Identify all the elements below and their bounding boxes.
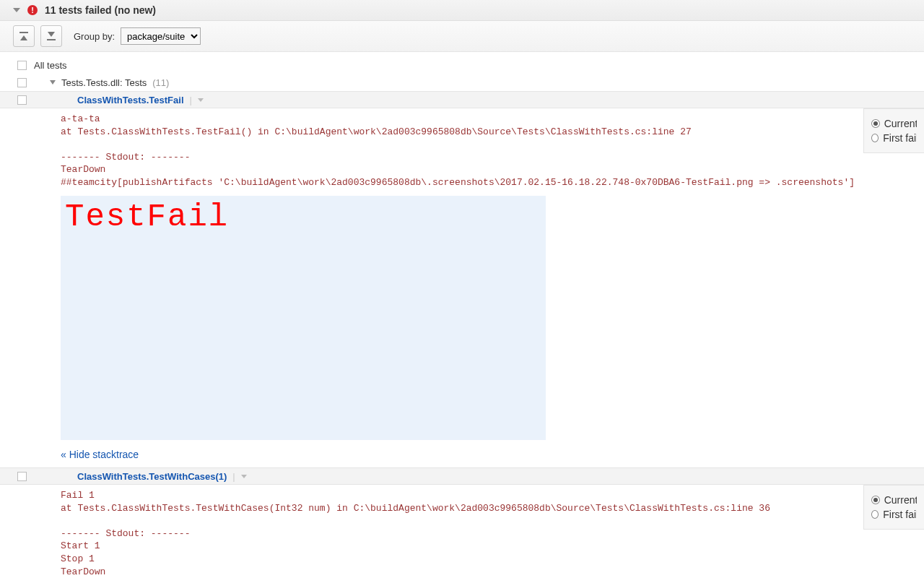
radio-icon[interactable] <box>871 510 879 519</box>
radio-icon[interactable] <box>871 496 880 504</box>
checkbox[interactable] <box>17 472 27 481</box>
screenshot-text: TestFail <box>65 199 229 235</box>
arrow-down-icon <box>47 32 56 40</box>
test-link[interactable]: ClassWithTests.TestWithCases(1) <box>77 471 227 482</box>
radio-current[interactable]: Current <box>871 494 917 506</box>
checkbox[interactable] <box>17 95 27 105</box>
radio-label: Current <box>884 118 917 129</box>
screenshot-thumbnail[interactable]: TestFail <box>61 196 546 440</box>
tests-failed-header: ! 11 tests failed (no new) <box>0 0 924 21</box>
radio-icon[interactable] <box>871 119 880 128</box>
arrow-up-icon <box>19 32 28 40</box>
test-tree: All tests Tests.Tests.dll: Tests (11) Cl… <box>0 52 924 578</box>
stacktrace: a-ta-ta at Tests.ClassWithTests.TestFail… <box>61 113 863 189</box>
test-details: Fail 1 at Tests.ClassWithTests.TestWithC… <box>0 485 924 578</box>
radio-label: First failu <box>883 132 917 144</box>
suite-label: Tests.Tests.dll: Tests <box>61 77 147 88</box>
radio-icon[interactable] <box>871 134 879 142</box>
radio-current[interactable]: Current <box>871 118 917 129</box>
radio-label: Current <box>884 494 917 506</box>
test-link[interactable]: ClassWithTests.TestFail <box>77 95 184 105</box>
group-by-select[interactable]: package/suite <box>121 27 201 45</box>
checkbox[interactable] <box>17 61 27 70</box>
checkbox[interactable] <box>17 78 27 87</box>
stacktrace: Fail 1 at Tests.ClassWithTests.TestWithC… <box>61 489 863 578</box>
group-by-label: Group by: <box>74 31 115 42</box>
tree-row-test[interactable]: ClassWithTests.TestFail | <box>0 91 924 108</box>
test-details: a-ta-ta at Tests.ClassWithTests.TestFail… <box>0 108 924 467</box>
radio-label: First failu <box>883 509 917 520</box>
suite-count: (11) <box>152 77 169 88</box>
toolbar: Group by: package/suite <box>0 21 924 52</box>
radio-first-failure[interactable]: First failu <box>871 509 917 520</box>
chevron-down-icon[interactable] <box>198 98 204 102</box>
error-icon: ! <box>27 5 38 15</box>
chevron-down-icon[interactable] <box>241 475 247 478</box>
hide-stacktrace-link[interactable]: « Hide stacktrace <box>61 449 139 460</box>
collapse-caret-icon[interactable] <box>13 8 20 12</box>
failure-view-panel: Current First failu <box>863 108 924 153</box>
header-title: 11 tests failed (no new) <box>45 4 156 16</box>
failure-view-panel: Current First failu <box>863 485 924 530</box>
separator: | <box>190 95 192 105</box>
tree-row-test[interactable]: ClassWithTests.TestWithCases(1) | <box>0 467 924 485</box>
tree-row-suite[interactable]: Tests.Tests.dll: Tests (11) <box>0 74 924 91</box>
all-tests-label: All tests <box>34 60 67 71</box>
expand-all-button[interactable] <box>40 25 62 47</box>
collapse-all-button[interactable] <box>13 25 35 47</box>
radio-first-failure[interactable]: First failu <box>871 132 917 144</box>
separator: | <box>232 471 235 482</box>
tree-row-all-tests[interactable]: All tests <box>0 56 924 74</box>
chevron-down-icon[interactable] <box>50 80 56 85</box>
